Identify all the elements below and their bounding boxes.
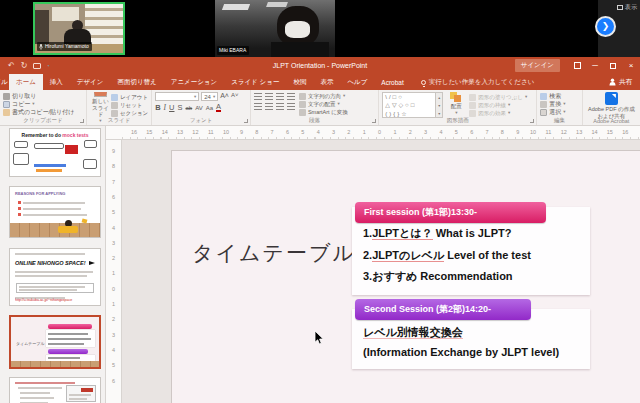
maximize-button[interactable] <box>604 57 622 74</box>
align-right-icon[interactable] <box>276 103 284 110</box>
ruler-number: 4 <box>106 225 121 231</box>
new-slide-button[interactable]: 新しいスライド▾ <box>90 92 111 117</box>
font-color-button[interactable]: A <box>216 103 221 112</box>
dialog-launcher-icon[interactable] <box>372 119 376 123</box>
tab-insert[interactable]: 挿入 <box>43 74 70 90</box>
close-button[interactable]: × <box>622 57 640 74</box>
layout-icon <box>111 94 118 101</box>
cut-button[interactable]: 切り取り <box>3 92 83 100</box>
slide-title[interactable]: タイムテーブル <box>192 239 356 267</box>
video-tile-participant-2[interactable]: Miki EBARA <box>215 0 335 57</box>
redo-icon[interactable]: ↻ <box>21 61 28 70</box>
thumbnail-slide-timetable-selected[interactable]: タイムテーブル <box>9 315 101 369</box>
underline-button[interactable]: U <box>169 103 174 112</box>
decrease-font-icon[interactable]: A˅ <box>231 92 239 101</box>
ruler-number: 9 <box>236 129 246 135</box>
bullets-icon[interactable] <box>254 93 262 100</box>
vertical-ruler[interactable]: 9876543210123456 <box>106 140 122 403</box>
ruler-number: 4 <box>313 129 323 135</box>
tab-file[interactable]: ファイル <box>0 74 9 90</box>
tab-animations[interactable]: アニメーション <box>164 74 224 90</box>
copy-button[interactable]: コピー▾ <box>3 100 83 108</box>
align-text-button[interactable]: 文字の配置▾ <box>299 100 348 108</box>
tell-me-search[interactable]: 実行したい作業を入力してください <box>421 74 535 90</box>
shapes-gallery-scrollbar[interactable]: ▴▾▾ <box>436 92 443 118</box>
tab-slideshow[interactable]: スライド ショー <box>224 74 286 90</box>
thumbnail-slide-nihongo-space[interactable]: ONLINE NIHONGO SPACE! http://u.tsukuba.a… <box>9 248 101 306</box>
ruler-number: 1 <box>359 129 369 135</box>
thumbnail-slide-reasons[interactable]: REASONS FOR APPLYING <box>9 186 101 238</box>
increase-font-icon[interactable]: A˄ <box>220 92 229 101</box>
numbering-icon[interactable] <box>265 93 273 100</box>
replace-button[interactable]: 置換▾ <box>540 100 578 108</box>
horizontal-ruler[interactable]: 1615141312111098765432101234567891011121… <box>122 126 640 140</box>
italic-button[interactable]: I <box>164 103 167 112</box>
strikethrough-button[interactable]: ab <box>186 105 193 111</box>
tab-help[interactable]: ヘルプ <box>340 74 374 90</box>
session1-header[interactable]: First session (第1部)13:30- <box>355 202 546 223</box>
meeting-view-button[interactable]: 表示 <box>617 3 637 12</box>
tab-acrobat[interactable]: Acrobat <box>374 74 410 90</box>
thumb3-textbox <box>16 283 94 293</box>
layout-button[interactable]: レイアウト <box>111 93 148 101</box>
shape-fill-button[interactable]: 図形の塗りつぶし▾ <box>469 93 527 101</box>
select-button[interactable]: 選択▾ <box>540 108 578 116</box>
font-name-combo[interactable]: ▾ <box>155 92 199 101</box>
shapes-gallery[interactable]: \/□○ △▽◇○□ (){}☆ <box>382 92 436 118</box>
smartart-button[interactable]: SmartArt に変換 <box>299 108 348 116</box>
align-left-icon[interactable] <box>254 103 262 110</box>
text-direction-button[interactable]: 文字列の方向▾ <box>299 92 348 100</box>
copy-icon <box>3 101 10 108</box>
shape-outline-button[interactable]: 図形の枠線▾ <box>469 101 527 109</box>
ribbon-display-options-button[interactable] <box>568 57 586 74</box>
format-painter-button[interactable]: 書式のコピー/貼り付け <box>3 108 83 116</box>
scissors-icon <box>3 93 10 100</box>
ribbon-home: 切り取り コピー▾ 書式のコピー/貼り付け クリップボード 新しいスライド▾ レ… <box>0 90 640 126</box>
minimize-button[interactable]: ─ <box>586 57 604 74</box>
video-tile-participant-1[interactable]: Hirofumi Yamamoto <box>33 2 125 55</box>
screen: Hirofumi Yamamoto Miki EBARA 表示 ❯ ↶ ↻ <box>0 0 640 403</box>
group-font: ▾ 24▾ A˄ A˅ B I U S ab AV Aa A フォント <box>152 90 251 125</box>
arrange-button[interactable]: 配置▾ <box>443 92 469 117</box>
next-participants-button[interactable]: ❯ <box>595 16 616 37</box>
mini-red-highlight <box>81 388 93 392</box>
align-center-icon[interactable] <box>265 103 273 110</box>
font-size-combo[interactable]: 24▾ <box>201 92 218 101</box>
undo-icon[interactable]: ↶ <box>8 61 15 70</box>
create-pdf-button[interactable]: Adobe PDF の作成および共有 <box>586 92 637 119</box>
participant-1-name: Hirofumi Yamamoto <box>45 43 89 50</box>
thumb3-title: ONLINE NIHONGO SPACE! <box>15 260 86 266</box>
change-case-button[interactable]: Aa <box>206 105 213 111</box>
ruler-number: 2 <box>405 129 415 135</box>
thumbnail-slide-5[interactable] <box>9 377 101 403</box>
tab-home[interactable]: ホーム <box>9 74 43 90</box>
group-label-acrobat: Adobe Acrobat <box>583 118 640 124</box>
character-spacing-button[interactable]: AV <box>195 105 203 111</box>
session2-header[interactable]: Second Session (第2部)14:20- <box>355 299 531 320</box>
text-shadow-button[interactable]: S <box>177 103 182 112</box>
tab-view[interactable]: 表示 <box>313 74 340 90</box>
dialog-launcher-icon[interactable] <box>244 119 248 123</box>
dialog-launcher-icon[interactable] <box>530 119 534 123</box>
reset-button[interactable]: リセット <box>111 101 148 109</box>
thumbnail-slide-mock-tests[interactable]: Remember to do mock tests <box>9 128 101 177</box>
plane-icon <box>89 261 95 265</box>
shape-outline-icon <box>469 102 476 109</box>
signin-button[interactable]: サインイン <box>515 59 560 72</box>
share-button[interactable]: 共有 <box>609 74 640 90</box>
bold-button[interactable]: B <box>155 103 160 112</box>
start-slideshow-icon[interactable] <box>33 63 41 69</box>
indent-decrease-icon[interactable] <box>276 93 284 100</box>
customize-qat-chevron-icon[interactable]: ▾ <box>47 63 49 68</box>
justify-icon[interactable] <box>287 103 295 110</box>
maximize-icon <box>610 63 616 69</box>
indent-increase-icon[interactable] <box>287 93 295 100</box>
slide-canvas[interactable]: タイムテーブル 1.JLPTとは？ What is JLPT? 2.JLPTのレ… <box>171 150 640 403</box>
ruler-number: 6 <box>106 194 121 200</box>
tab-review[interactable]: 校閲 <box>286 74 313 90</box>
group-slides: 新しいスライド▾ レイアウト リセット セクション スライド <box>87 90 152 125</box>
find-button[interactable]: 検索 <box>540 92 578 100</box>
tab-design[interactable]: デザイン <box>70 74 111 90</box>
tab-transitions[interactable]: 画面切り替え <box>110 74 163 90</box>
dialog-launcher-icon[interactable] <box>80 119 84 123</box>
